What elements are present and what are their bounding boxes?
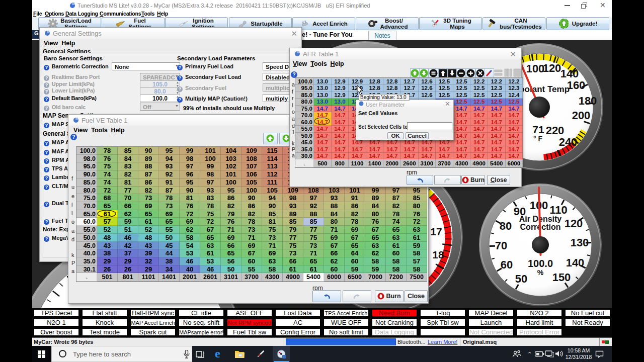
svg-text:%: % bbox=[537, 268, 544, 277]
svg-text:200: 200 bbox=[572, 109, 591, 122]
svg-text:° F: ° F bbox=[533, 135, 542, 143]
svg-text:60: 60 bbox=[501, 258, 513, 271]
svg-text:240: 240 bbox=[559, 136, 578, 148]
svg-text:120: 120 bbox=[543, 62, 561, 74]
svg-text:160: 160 bbox=[567, 79, 586, 92]
svg-text:100.0: 100.0 bbox=[528, 258, 553, 269]
svg-text:17: 17 bbox=[430, 226, 442, 237]
svg-text:80: 80 bbox=[500, 220, 512, 232]
svg-text:150: 150 bbox=[552, 271, 571, 284]
svg-text:18: 18 bbox=[432, 249, 444, 260]
svg-text:120: 120 bbox=[565, 217, 583, 230]
svg-text:220: 220 bbox=[546, 124, 565, 137]
svg-text:71: 71 bbox=[532, 124, 544, 135]
svg-text:100: 100 bbox=[526, 62, 545, 75]
svg-text:140: 140 bbox=[560, 67, 579, 80]
svg-text:140: 140 bbox=[566, 256, 585, 269]
svg-text:50: 50 bbox=[515, 273, 527, 285]
svg-text:130: 130 bbox=[571, 236, 589, 249]
svg-text:180: 180 bbox=[579, 95, 597, 107]
svg-text:70: 70 bbox=[495, 239, 507, 252]
